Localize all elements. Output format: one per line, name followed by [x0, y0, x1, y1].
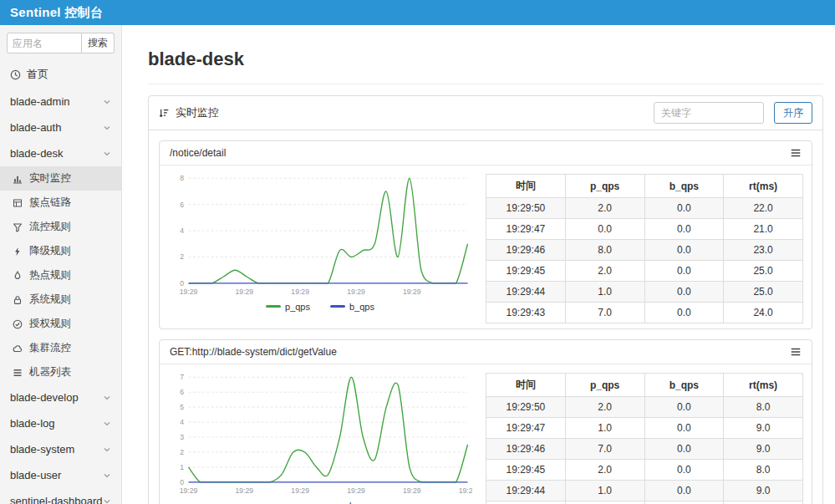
table-row: 19:29:468.00.023.0: [486, 240, 803, 261]
sidebar-item-机器列表[interactable]: 机器列表: [0, 360, 121, 384]
legend-item-p_qps[interactable]: p_qps: [266, 302, 310, 312]
table-cell: 1.0: [565, 418, 644, 439]
sidebar-item-簇点链路[interactable]: 簇点链路: [0, 191, 121, 215]
table-cell: 2.0: [565, 198, 644, 219]
menu-item-label: 集群流控: [29, 341, 71, 355]
table-row: 19:29:441.00.09.0: [486, 481, 803, 501]
table-cell: 0.0: [644, 397, 724, 418]
table-cell: 19:29:43: [486, 303, 566, 323]
sort-order-button[interactable]: 升序: [774, 102, 812, 124]
metrics-table: 时间p_qpsb_qpsrt(ms)19:29:502.00.022.019:2…: [486, 174, 803, 323]
menu-item-label: 簇点链路: [29, 196, 71, 210]
svg-text:8: 8: [180, 174, 184, 182]
table-cell: 22.0: [724, 198, 803, 219]
sidebar-app-blade-log[interactable]: blade-log: [0, 410, 121, 436]
sidebar-item-授权规则[interactable]: 授权规则: [0, 312, 121, 336]
sidebar-item-实时监控[interactable]: 实时监控: [0, 166, 121, 191]
panel-header: GET:http://blade-system/dict/getValue: [160, 340, 812, 364]
table-cell: 19:29:46: [486, 240, 566, 261]
table-cell: 21.0: [724, 219, 803, 240]
chart-area: 0123456719:2919:2919:2919:2919:2919:29p_…: [168, 371, 472, 504]
app-search-input[interactable]: [7, 33, 82, 53]
table-cell: 25.0: [724, 282, 803, 303]
sidebar-item-流控规则[interactable]: 流控规则: [0, 215, 121, 239]
table-cell: 10.0: [724, 501, 803, 504]
table-cell: 0.0: [644, 460, 724, 481]
legend-item-b_qps[interactable]: b_qps: [330, 302, 374, 312]
keyword-input[interactable]: [654, 102, 764, 124]
sidebar-app-blade-user[interactable]: blade-user: [0, 462, 121, 488]
sidebar-app-sentinel-dashboard[interactable]: sentinel-dashboard: [0, 488, 121, 504]
metrics-table: 时间p_qpsb_qpsrt(ms)19:29:502.00.08.019:29…: [486, 373, 803, 504]
app-search-bar: 搜索: [0, 25, 121, 60]
page-title: blade-desk: [148, 48, 823, 70]
table-cell: 1.0: [565, 282, 644, 303]
table-row: 19:29:452.00.025.0: [486, 261, 803, 282]
svg-text:19:29: 19:29: [347, 486, 365, 495]
svg-text:19:29: 19:29: [403, 486, 421, 495]
menu-item-label: 机器列表: [29, 365, 71, 379]
svg-text:0: 0: [180, 279, 184, 288]
legend-label: b_qps: [349, 302, 374, 312]
monitor-title: 实时监控: [176, 105, 219, 120]
sidebar-item-home[interactable]: 首页: [0, 60, 121, 89]
svg-text:1: 1: [180, 463, 184, 471]
sidebar-app-blade-develop[interactable]: blade-develop: [0, 384, 121, 410]
table-cell: 2.0: [565, 397, 644, 418]
column-header: rt(ms): [724, 175, 803, 198]
legend-swatch: [266, 305, 281, 308]
column-header: rt(ms): [724, 374, 803, 397]
svg-text:0: 0: [180, 478, 184, 486]
table-cell: 23.0: [724, 240, 803, 261]
table-cell: 7.0: [565, 439, 644, 460]
app-label: blade-log: [10, 417, 55, 430]
table-cell: 0.0: [644, 219, 724, 240]
title-divider: [148, 84, 823, 84]
menu-icon[interactable]: [790, 346, 802, 358]
chevron-down-icon: [103, 445, 111, 454]
chart-area: 0246819:2919:2919:2919:2919:29p_qpsb_qps: [168, 172, 472, 315]
chart-legend: p_qpsb_qps: [168, 501, 472, 504]
cloud-icon: [13, 344, 23, 354]
sidebar-app-blade-desk[interactable]: blade-desk: [0, 140, 121, 166]
sidebar-item-降级规则[interactable]: 降级规则: [0, 239, 121, 263]
realtime-monitor-card: 实时监控 升序 /notice/detail0246819:2919:2919:…: [148, 95, 823, 504]
clock-icon: [10, 69, 21, 80]
legend-item-p_qps[interactable]: p_qps: [266, 501, 310, 504]
svg-text:4: 4: [180, 227, 184, 235]
app-title: Sentinel 控制台: [10, 5, 103, 21]
column-header: 时间: [486, 175, 566, 198]
app-header: Sentinel 控制台: [0, 0, 835, 25]
sidebar-app-blade-auth[interactable]: blade-auth: [0, 115, 121, 140]
sidebar-item-系统规则[interactable]: 系统规则: [0, 288, 121, 312]
svg-text:6: 6: [180, 201, 184, 209]
app-label: blade-system: [10, 443, 74, 456]
table-cell: 0.0: [644, 439, 724, 460]
sidebar-app-blade-admin[interactable]: blade-admin: [0, 89, 121, 115]
column-header: p_qps: [565, 175, 644, 198]
filter-icon: [13, 222, 23, 232]
menu-icon[interactable]: [790, 147, 802, 159]
table-cell: 19:29:50: [486, 397, 566, 418]
column-header: b_qps: [644, 374, 724, 397]
svg-text:19:29: 19:29: [291, 486, 309, 495]
sort-amount-icon: [159, 108, 170, 119]
legend-item-b_qps[interactable]: b_qps: [330, 501, 374, 504]
table-cell: 19:29:44: [486, 282, 566, 303]
table-cell: 0.0: [644, 282, 724, 303]
table-cell: 19:29:47: [486, 219, 566, 240]
search-button[interactable]: 搜索: [82, 33, 115, 53]
table-cell: 19:29:46: [486, 439, 566, 460]
sidebar-app-blade-system[interactable]: blade-system: [0, 436, 121, 462]
chevron-down-icon: [103, 124, 111, 132]
table-cell: 0.0: [644, 261, 724, 282]
table-cell: 19:29:47: [486, 418, 566, 439]
sidebar-item-热点规则[interactable]: 热点规则: [0, 263, 121, 288]
table-cell: 25.0: [724, 261, 803, 282]
svg-text:19:29: 19:29: [180, 288, 198, 296]
sidebar-item-集群流控[interactable]: 集群流控: [0, 336, 121, 360]
table-row: 19:29:467.00.09.0: [486, 439, 803, 460]
resource-title: /notice/detail: [170, 147, 226, 159]
table-cell: 7.0: [565, 501, 644, 504]
table-cell: 9.0: [724, 439, 803, 460]
